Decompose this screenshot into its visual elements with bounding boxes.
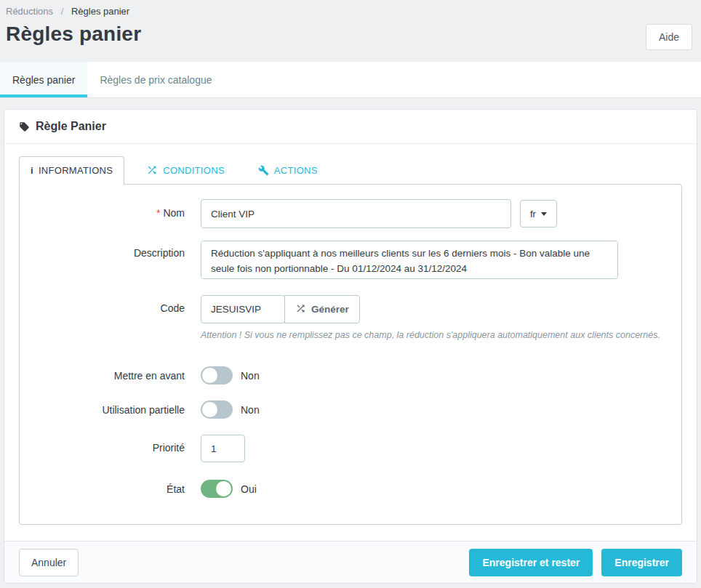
- generate-shuffle-icon: [295, 303, 306, 316]
- card-footer: Annuler Enregistrer et rester Enregistre…: [4, 541, 697, 583]
- breadcrumb-separator: /: [61, 6, 64, 17]
- wrench-icon: [258, 165, 269, 176]
- form-tab-actions[interactable]: ACTIONS: [247, 156, 329, 184]
- code-input[interactable]: [201, 295, 285, 323]
- code-help-text: Attention ! Si vous ne remplissez pas ce…: [201, 330, 660, 340]
- cancel-button[interactable]: Annuler: [19, 549, 79, 576]
- caret-down-icon: [541, 212, 547, 216]
- partial-use-state: Non: [241, 404, 260, 416]
- page-title: Règles panier: [6, 23, 141, 46]
- form-tab-informations[interactable]: i INFORMATIONS: [19, 156, 124, 184]
- page-tab-bar: Règles panier Règles de prix catalogue: [0, 62, 701, 98]
- highlight-toggle[interactable]: [201, 366, 233, 384]
- save-and-stay-button[interactable]: Enregistrer et rester: [469, 549, 593, 576]
- priority-label: Priorité: [36, 435, 201, 454]
- breadcrumb-current: Règles panier: [71, 6, 129, 17]
- name-input[interactable]: [201, 199, 511, 228]
- breadcrumb-parent[interactable]: Réductions: [6, 6, 53, 17]
- tab-regles-panier-label: Règles panier: [12, 74, 75, 86]
- panel-title: Règle Panier: [36, 120, 106, 133]
- status-label: État: [36, 483, 201, 495]
- card-header: Règle Panier: [4, 110, 697, 144]
- generate-button-label: Générer: [311, 304, 349, 315]
- form-tab-conditions[interactable]: CONDITIONS: [135, 156, 236, 184]
- language-dropdown[interactable]: fr: [520, 200, 557, 227]
- required-asterisk: *: [156, 207, 160, 219]
- page-header: Réductions / Règles panier Règles panier…: [0, 0, 701, 50]
- tab-regles-prix-catalogue-label: Règles de prix catalogue: [100, 74, 212, 86]
- form-tab-bar: i INFORMATIONS CONDITIONS ACTIONS: [19, 156, 682, 184]
- info-icon: i: [31, 165, 33, 176]
- name-label: *Nom: [36, 199, 201, 219]
- cart-rule-card: Règle Panier i INFORMATIONS CONDITIONS A…: [4, 109, 697, 584]
- partial-use-toggle[interactable]: [201, 400, 233, 419]
- tab-regles-panier[interactable]: Règles panier: [0, 62, 87, 97]
- partial-use-label: Utilisation partielle: [36, 404, 201, 416]
- form-tab-conditions-label: CONDITIONS: [163, 165, 225, 176]
- breadcrumb: Réductions / Règles panier: [6, 6, 692, 17]
- card-body: i INFORMATIONS CONDITIONS ACTIONS *Nom: [4, 144, 697, 541]
- help-button[interactable]: Aide: [646, 24, 692, 50]
- status-toggle[interactable]: [201, 480, 233, 498]
- shuffle-icon: [146, 164, 158, 176]
- tag-icon: [19, 121, 30, 132]
- informations-form: *Nom fr Description Réduction s'appliqua…: [19, 184, 682, 525]
- description-label: Description: [36, 241, 201, 259]
- description-textarea[interactable]: Réduction s'appliquant à nos meilleurs c…: [201, 241, 618, 279]
- priority-input[interactable]: [201, 435, 245, 462]
- form-tab-informations-label: INFORMATIONS: [39, 165, 113, 176]
- highlight-state: Non: [241, 370, 260, 382]
- tab-regles-prix-catalogue[interactable]: Règles de prix catalogue: [87, 62, 224, 97]
- highlight-label: Mettre en avant: [36, 370, 201, 382]
- code-label: Code: [36, 295, 201, 314]
- form-tab-actions-label: ACTIONS: [274, 165, 318, 176]
- generate-button[interactable]: Générer: [284, 295, 360, 323]
- status-state: Oui: [241, 483, 257, 495]
- save-button[interactable]: Enregistrer: [601, 549, 682, 576]
- language-dropdown-label: fr: [530, 209, 536, 220]
